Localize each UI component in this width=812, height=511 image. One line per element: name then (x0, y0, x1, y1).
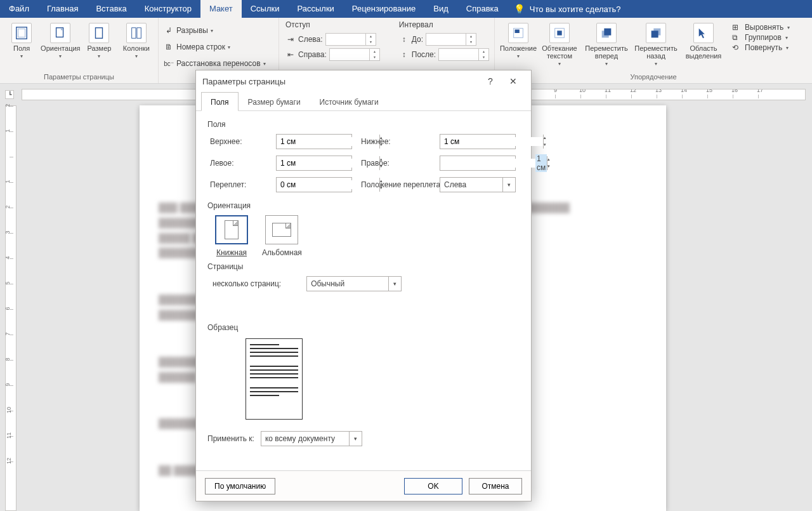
default-button[interactable]: По умолчанию (205, 478, 275, 494)
apply-to-select[interactable]: ко всему документу▾ (261, 431, 362, 446)
gutter-pos-label: Положение переплета: (361, 180, 431, 189)
margins-button[interactable]: Поля▾ (5, 20, 38, 59)
group-button[interactable]: ⧉Группиров ▾ (732, 33, 790, 42)
indent-label: Отступ (285, 20, 380, 29)
bottom-margin-label: Нижнее: (361, 137, 431, 146)
columns-button[interactable]: Колонки▾ (120, 20, 153, 59)
dialog-tab-margins[interactable]: Поля (201, 92, 239, 111)
group-page-setup-label: Параметры страницы (5, 73, 153, 82)
group-arrange-label: Упорядочение (500, 73, 807, 82)
tab-review[interactable]: Рецензирование (343, 0, 424, 18)
ok-button[interactable]: OK (404, 478, 462, 494)
preview-section-label: Образец (207, 323, 520, 332)
orientation-section-label: Ориентация (207, 201, 520, 210)
pages-section-label: Страницы (207, 262, 520, 271)
close-button[interactable]: ✕ (502, 70, 525, 92)
lightbulb-icon: 💡 (514, 4, 525, 14)
svg-rect-13 (652, 30, 658, 37)
svg-rect-9 (557, 30, 561, 35)
tab-file[interactable]: Файл (0, 0, 38, 18)
svg-rect-5 (137, 28, 141, 39)
tab-mailings[interactable]: Рассылки (288, 0, 343, 18)
svg-rect-4 (131, 28, 135, 39)
cancel-button[interactable]: Отмена (469, 478, 522, 494)
dialog-tab-paper[interactable]: Размер бумаги (239, 92, 310, 110)
orientation-portrait[interactable]: Книжная (215, 215, 248, 257)
bring-forward-button[interactable]: Переместить вперед▾ (582, 20, 631, 67)
orientation-landscape[interactable]: Альбомная (262, 215, 302, 257)
left-margin-label: Левое: (210, 159, 267, 168)
align-button[interactable]: ⊞Выровнять ▾ (732, 23, 790, 32)
tab-home[interactable]: Главная (38, 0, 87, 18)
breaks-button[interactable]: ↲Разрывы ▾ (164, 24, 273, 37)
wrap-text-button[interactable]: Обтекание текстом▾ (538, 20, 581, 67)
bottom-margin-input[interactable]: ▴▾ (440, 134, 516, 149)
vertical-ruler[interactable]: 2 1 1 2 3 4 5 6 7 8 9 10 11 12 (5, 105, 16, 511)
top-margin-label: Верхнее: (210, 137, 267, 146)
tab-insert[interactable]: Вставка (87, 0, 135, 18)
tab-view[interactable]: Вид (424, 0, 457, 18)
multi-pages-select[interactable]: Обычный▾ (306, 276, 402, 291)
orientation-button[interactable]: Ориентация▾ (42, 20, 79, 59)
apply-to-label: Применить к: (207, 434, 254, 443)
spacing-after-input[interactable]: ▴▾ (438, 48, 489, 61)
tell-me-label: Что вы хотите сделать? (530, 4, 621, 14)
spacing-before-label: До: (412, 35, 423, 44)
spacing-label: Интервал (399, 20, 489, 29)
position-button[interactable]: Положение▾ (500, 20, 537, 59)
dialog-tab-source[interactable]: Источник бумаги (310, 92, 388, 110)
gutter-input[interactable]: ▴▾ (276, 177, 352, 192)
spacing-after-label: После: (412, 50, 436, 59)
hyphenation-button[interactable]: bc⁻Расстановка переносов ▾ (164, 57, 273, 70)
indent-right-input[interactable]: ▴▾ (329, 48, 380, 61)
multi-pages-label: несколько страниц: (213, 279, 281, 288)
tab-layout[interactable]: Макет (200, 0, 242, 18)
tell-me[interactable]: 💡 Что вы хотите сделать? (508, 0, 627, 18)
line-numbers-button[interactable]: 🗎Номера строк ▾ (164, 41, 273, 53)
page-setup-dialog: Параметры страницы ? ✕ Поля Размер бумаг… (195, 70, 532, 501)
selection-pane-button[interactable]: Область выделения (681, 20, 726, 60)
indent-left-label: Слева: (298, 35, 323, 44)
rotate-button[interactable]: ⟲Повернуть ▾ (732, 43, 790, 52)
left-margin-input[interactable]: ▴▾ (276, 156, 352, 171)
right-margin-input[interactable]: 1 см▴▾ (440, 156, 516, 171)
svg-rect-7 (515, 30, 520, 34)
spacing-before-input[interactable]: ▴▾ (426, 33, 476, 46)
tab-references[interactable]: Ссылки (242, 0, 289, 18)
preview-page-icon (246, 338, 303, 420)
svg-rect-1 (18, 29, 25, 37)
right-margin-label: Правое: (361, 159, 431, 168)
svg-rect-11 (604, 29, 611, 36)
ribbon-tabs: Файл Главная Вставка Конструктор Макет С… (0, 0, 812, 18)
tab-help[interactable]: Справка (457, 0, 508, 18)
dialog-title: Параметры страницы (202, 77, 285, 86)
size-button[interactable]: Размер▾ (82, 20, 115, 59)
svg-rect-3 (96, 28, 103, 39)
margins-section-label: Поля (207, 120, 520, 129)
gutter-label: Переплет: (210, 180, 267, 189)
top-margin-input[interactable]: ▴▾ (276, 134, 352, 149)
indent-left-input[interactable]: ▴▾ (325, 33, 376, 46)
indent-right-label: Справа: (298, 50, 327, 59)
gutter-pos-select[interactable]: Слева▾ (440, 177, 516, 192)
tab-design[interactable]: Конструктор (136, 0, 200, 18)
tab-selector[interactable]: ┗ (5, 90, 14, 99)
send-backward-button[interactable]: Переместить назад▾ (632, 20, 680, 67)
help-button[interactable]: ? (479, 70, 502, 92)
